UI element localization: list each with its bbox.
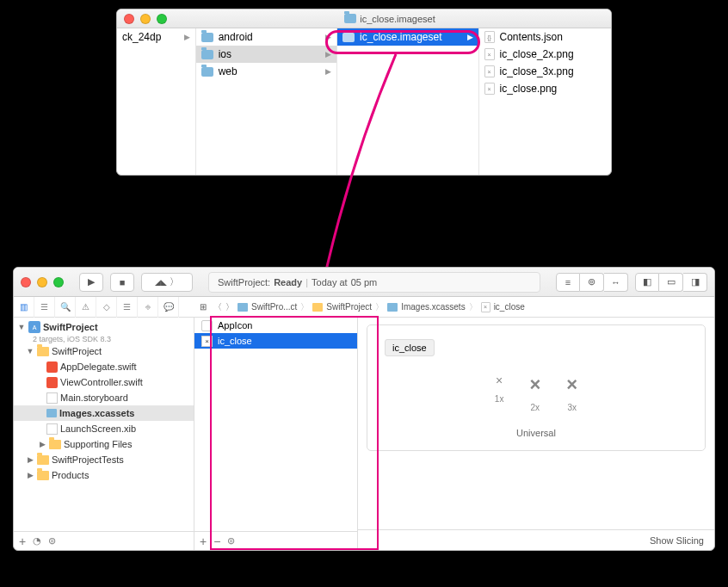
imageset-name[interactable]: ic_close bbox=[385, 339, 435, 356]
breadcrumb-item[interactable]: SwiftPro...ct bbox=[251, 302, 297, 312]
list-item[interactable]: ios ▶ bbox=[196, 46, 336, 63]
assets-icon bbox=[46, 409, 57, 417]
chevron-right-icon: ▶ bbox=[325, 33, 331, 41]
list-item[interactable]: × ic_close.png bbox=[479, 80, 611, 97]
breadcrumb-item[interactable]: ic_close bbox=[494, 302, 525, 312]
zoom-icon[interactable] bbox=[157, 14, 167, 24]
forward-button[interactable]: 〉 bbox=[225, 301, 234, 313]
minimize-icon[interactable] bbox=[37, 277, 47, 287]
issue-navigator-tab[interactable]: ⚠ bbox=[76, 297, 96, 318]
disclosure-triangle[interactable]: ▶ bbox=[38, 440, 46, 448]
asset-outline-footer: + − ⊜ bbox=[194, 531, 357, 550]
group-row[interactable]: ▶ Supporting Files bbox=[14, 436, 194, 452]
disclosure-triangle[interactable]: ▶ bbox=[26, 455, 34, 464]
group-row[interactable]: ▼ SwiftProject bbox=[14, 343, 194, 359]
image-slot-1x[interactable]: × 1x bbox=[495, 374, 504, 412]
file-row[interactable]: Main.storyboard bbox=[14, 390, 194, 405]
activity-viewer[interactable]: SwiftProject: Ready | Today at 05 pm bbox=[208, 272, 540, 293]
list-item[interactable]: × ic_close_3x.png bbox=[479, 63, 611, 80]
project-navigator[interactable]: ▼ A SwiftProject 2 targets, iOS SDK 8.3 … bbox=[14, 318, 194, 550]
group-row[interactable]: ▶ Products bbox=[14, 467, 194, 483]
png-file-icon: × bbox=[484, 48, 495, 60]
item-label: android bbox=[219, 31, 253, 43]
folder-icon bbox=[37, 471, 49, 480]
show-slicing-button[interactable]: Show Slicing bbox=[650, 535, 704, 546]
finder-titlebar[interactable]: ic_close.imageset bbox=[117, 9, 611, 28]
image-slot-2x[interactable]: × 2x bbox=[529, 374, 540, 412]
back-button[interactable]: 〈 bbox=[213, 301, 222, 313]
project-navigator-tab[interactable]: ▥ bbox=[14, 297, 34, 318]
debug-navigator-tab[interactable]: ☰ bbox=[117, 297, 138, 318]
group-label: Products bbox=[52, 470, 89, 480]
project-root[interactable]: ▼ A SwiftProject bbox=[14, 319, 194, 335]
file-row[interactable]: AppDelegate.swift bbox=[14, 359, 194, 374]
group-label: Supporting Files bbox=[64, 439, 133, 449]
item-label: ic_close.imageset bbox=[360, 31, 441, 43]
report-navigator-tab[interactable]: 💬 bbox=[158, 297, 179, 318]
item-label: ic_close_2x.png bbox=[500, 48, 574, 60]
run-button[interactable]: ▶ bbox=[79, 273, 103, 292]
file-row-selected[interactable]: Images.xcassets bbox=[14, 405, 194, 421]
file-label: Images.xcassets bbox=[59, 408, 134, 418]
finder-column[interactable]: ic_close.imageset ▶ bbox=[337, 28, 478, 175]
asset-item[interactable]: AppIcon bbox=[194, 318, 357, 333]
find-navigator-tab[interactable]: 🔍 bbox=[55, 297, 76, 318]
list-item[interactable]: web ▶ bbox=[196, 63, 336, 80]
symbol-navigator-tab[interactable]: ☰ bbox=[34, 297, 55, 318]
add-button[interactable]: + bbox=[19, 534, 26, 548]
list-item-selected[interactable]: ic_close.imageset ▶ bbox=[337, 28, 478, 46]
disclosure-triangle[interactable]: ▼ bbox=[17, 323, 26, 331]
folder-icon bbox=[201, 50, 213, 59]
finder-column[interactable]: ck_24dp ▶ bbox=[117, 28, 196, 175]
list-item[interactable]: × ic_close_2x.png bbox=[479, 46, 611, 63]
asset-label: ic_close bbox=[218, 336, 252, 346]
stop-button[interactable]: ■ bbox=[110, 273, 134, 292]
minimize-icon[interactable] bbox=[140, 14, 151, 24]
filter-scm-button[interactable]: ⊜ bbox=[48, 535, 56, 547]
window-title-text: ic_close.imageset bbox=[360, 14, 435, 24]
file-row[interactable]: LaunchScreen.xib bbox=[14, 421, 194, 436]
list-item[interactable]: ck_24dp ▶ bbox=[117, 28, 195, 46]
zoom-icon[interactable] bbox=[53, 277, 64, 287]
file-row[interactable]: ViewController.swift bbox=[14, 374, 194, 390]
grid-icon[interactable]: ⊞ bbox=[200, 302, 207, 312]
breakpoint-navigator-tab[interactable]: ⎆ bbox=[138, 297, 158, 318]
assistant-editor-button[interactable]: ⊚ bbox=[580, 273, 604, 292]
jump-bar[interactable]: ⊞ 〈 〉 SwiftPro...ct 〉 SwiftProject 〉 Ima… bbox=[194, 297, 714, 318]
test-navigator-tab[interactable]: ◇ bbox=[96, 297, 117, 318]
filter-button[interactable]: ⊜ bbox=[227, 535, 235, 547]
bottom-panel-toggle[interactable]: ▭ bbox=[659, 273, 683, 292]
close-icon[interactable] bbox=[124, 14, 134, 24]
breadcrumb-item[interactable]: SwiftProject bbox=[326, 302, 372, 312]
chevron-right-icon: 〉 bbox=[375, 301, 384, 313]
file-label: AppDelegate.swift bbox=[60, 361, 137, 372]
remove-button[interactable]: − bbox=[213, 534, 220, 548]
close-icon[interactable] bbox=[21, 277, 31, 287]
slot-label: 1x bbox=[495, 394, 504, 404]
list-item[interactable]: android ▶ bbox=[196, 28, 336, 46]
breadcrumb-item[interactable]: Images.xcassets bbox=[401, 302, 465, 312]
finder-window: ic_close.imageset ck_24dp ▶ android ▶ io… bbox=[116, 9, 612, 176]
finder-column[interactable]: {} Contents.json × ic_close_2x.png × ic_… bbox=[479, 28, 611, 175]
left-panel-toggle[interactable]: ◧ bbox=[635, 273, 659, 292]
standard-editor-button[interactable]: ≡ bbox=[556, 273, 580, 292]
image-slot-3x[interactable]: × 3x bbox=[566, 374, 577, 412]
add-button[interactable]: + bbox=[200, 534, 207, 548]
list-item[interactable]: {} Contents.json bbox=[479, 28, 611, 46]
finder-column[interactable]: android ▶ ios ▶ web ▶ bbox=[196, 28, 337, 175]
group-row[interactable]: ▶ SwiftProjectTests bbox=[14, 452, 194, 467]
xcode-window: ▶ ■ ◢◣ 〉 SwiftProject: Ready | Today at … bbox=[13, 267, 715, 551]
version-editor-button[interactable]: ↔ bbox=[604, 273, 628, 292]
asset-outline[interactable]: AppIcon × ic_close + − ⊜ bbox=[194, 318, 358, 550]
status-project: SwiftProject: bbox=[218, 277, 270, 287]
scheme-selector[interactable]: ◢◣ 〉 bbox=[141, 273, 193, 292]
disclosure-triangle[interactable]: ▶ bbox=[26, 471, 34, 479]
asset-item-selected[interactable]: × ic_close bbox=[194, 333, 357, 349]
item-label: ic_close_3x.png bbox=[500, 65, 574, 77]
project-icon bbox=[238, 303, 248, 312]
disclosure-triangle[interactable]: ▼ bbox=[26, 347, 34, 355]
right-panel-toggle[interactable]: ◨ bbox=[683, 273, 707, 292]
asset-label: AppIcon bbox=[218, 320, 252, 331]
chevron-right-icon: ▶ bbox=[325, 50, 331, 59]
filter-recent-button[interactable]: ◔ bbox=[33, 535, 41, 547]
